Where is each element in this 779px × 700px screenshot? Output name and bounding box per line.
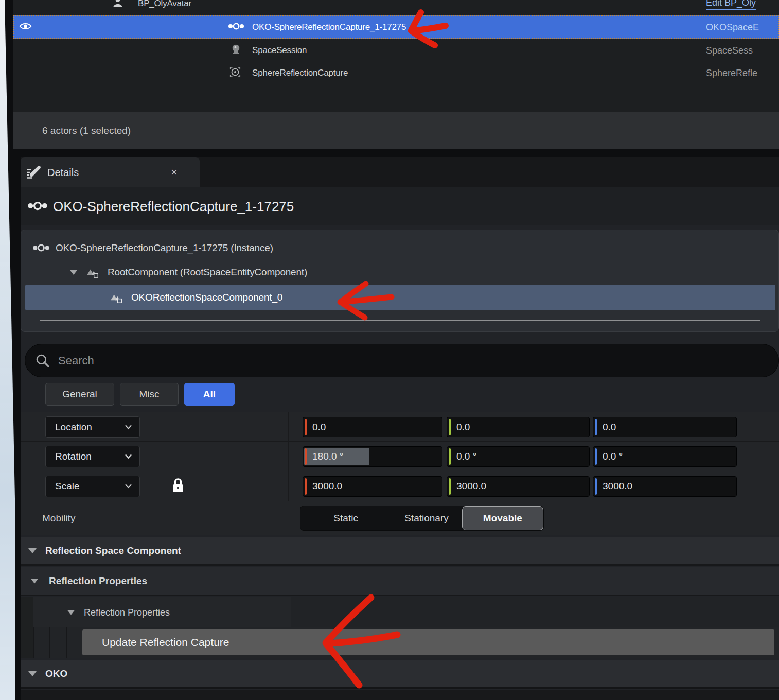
actor-type[interactable]: SphereRefle — [706, 68, 757, 79]
details-panel: OKO-SphereReflectionCapture_1-17275 OKO-… — [21, 187, 779, 700]
tree-row-rootcomponent[interactable]: RootComponent (RootSpaceEntityComponent) — [25, 260, 775, 285]
value: 180.0 ° — [312, 451, 343, 462]
location-y-field[interactable]: 0.0 — [447, 417, 590, 437]
rotation-x-field[interactable]: 180.0 ° — [303, 446, 442, 467]
filter-all-button[interactable]: All — [184, 383, 235, 406]
section-reflection-properties[interactable]: Reflection Properties — [21, 567, 779, 596]
expander-triangle-icon[interactable] — [28, 548, 37, 553]
chevron-down-icon — [125, 484, 132, 489]
divider — [40, 320, 760, 321]
scale-row: Scale 3000.0 3000.0 3000.0 — [21, 471, 779, 501]
section-title: OKO — [45, 668, 67, 679]
tree-item-label: OKO-SphereReflectionCapture_1-17275 (Ins… — [56, 242, 273, 254]
outliner-row-bp-olyavatar[interactable]: BP_OlyAvatar Edit BP_Oly — [13, 0, 779, 15]
details-pencil-icon — [25, 163, 43, 184]
outliner-row-oko-spherereflectioncapture[interactable]: OKO-SphereReflectionCapture_1-17275 OKOS… — [13, 15, 779, 39]
location-z-field[interactable]: 0.0 — [593, 417, 737, 437]
z-axis-color-bar — [595, 478, 597, 495]
filter-misc-button[interactable]: Misc — [120, 383, 179, 406]
edit-blueprint-link[interactable]: Edit BP_Oly — [706, 0, 756, 10]
tree-row-okoreflectionspacecomponent[interactable]: OKOReflectionSpaceComponent_0 — [25, 285, 775, 310]
details-header: OKO-SphereReflectionCapture_1-17275 — [21, 187, 779, 225]
webcam-icon — [229, 43, 242, 58]
component-icon — [110, 291, 123, 307]
indent-guide-line — [49, 627, 50, 658]
outliner-status-bar: 6 actors (1 selected) — [13, 112, 779, 149]
value: 3000.0 — [312, 481, 342, 492]
y-axis-color-bar — [449, 478, 451, 495]
value: 0.0 — [312, 422, 326, 433]
instance-link-icon — [32, 243, 50, 254]
person-icon — [111, 0, 125, 11]
component-icon — [86, 266, 99, 282]
component-tree: OKO-SphereReflectionCapture_1-17275 (Ins… — [21, 230, 779, 332]
outliner-row-spherereflectioncapture[interactable]: SphereReflectionCapture SphereRefle — [13, 62, 779, 84]
section-title: Reflection Space Component — [45, 545, 181, 556]
expander-triangle-icon[interactable] — [28, 671, 37, 676]
tree-row-instance[interactable]: OKO-SphereReflectionCapture_1-17275 (Ins… — [25, 236, 775, 260]
section-title: Reflection Properties — [49, 575, 147, 587]
visibility-eye-icon[interactable] — [19, 19, 32, 35]
value: 0.0 — [603, 422, 616, 433]
scale-y-field[interactable]: 3000.0 — [447, 476, 590, 497]
mobility-row: Mobility Static Stationary Movable — [21, 501, 779, 535]
expander-triangle-icon[interactable] — [70, 270, 77, 275]
indent-guide-line — [33, 627, 34, 658]
rotation-y-field[interactable]: 0.0 ° — [447, 446, 590, 467]
outliner-row-spacesession[interactable]: SpaceSession SpaceSess — [13, 39, 779, 62]
scale-x-field[interactable]: 3000.0 — [303, 476, 442, 497]
x-axis-color-bar — [305, 478, 307, 495]
chevron-down-icon — [125, 454, 132, 460]
rotation-dropdown[interactable]: Rotation — [45, 446, 140, 467]
scale-dropdown[interactable]: Scale — [45, 476, 140, 497]
instance-link-icon — [27, 201, 48, 213]
property-label: Rotation — [55, 451, 92, 462]
rotation-row: Rotation 180.0 ° 0.0 ° 0.0 ° — [21, 442, 779, 471]
indent-guide — [21, 597, 33, 627]
row-update-reflection-capture: Update Reflection Capture — [21, 627, 779, 658]
actor-name: SpaceSession — [252, 45, 307, 56]
z-axis-color-bar — [595, 448, 597, 465]
mobility-stationary[interactable]: Stationary — [391, 506, 462, 530]
mobility-segmented-control: Static Stationary Movable — [300, 506, 544, 531]
section-oko[interactable]: OKO — [21, 660, 779, 689]
mobility-static[interactable]: Static — [300, 506, 391, 530]
search-bar — [25, 344, 779, 377]
sphere-capture-icon — [228, 65, 242, 81]
close-icon[interactable]: × — [171, 166, 178, 179]
update-reflection-capture-button[interactable]: Update Reflection Capture — [82, 629, 774, 655]
property-label: Scale — [55, 481, 80, 492]
rotation-z-field[interactable]: 0.0 ° — [593, 446, 737, 467]
value: 0.0 ° — [456, 451, 476, 462]
tree-item-label: OKOReflectionSpaceComponent_0 — [131, 292, 282, 303]
expander-triangle-icon[interactable] — [67, 610, 75, 615]
y-axis-color-bar — [449, 448, 451, 465]
mobility-label: Mobility — [42, 513, 75, 524]
location-row: Location 0.0 0.0 0.0 — [21, 412, 779, 442]
search-input[interactable] — [58, 344, 676, 377]
indent-guide — [21, 627, 33, 658]
row-reflection-properties-inner[interactable]: Reflection Properties — [21, 597, 779, 627]
z-axis-color-bar — [595, 419, 597, 435]
property-label: Reflection Properties — [84, 607, 170, 618]
x-axis-color-bar — [305, 419, 307, 435]
value: 3000.0 — [456, 481, 486, 492]
x-axis-color-bar — [305, 448, 307, 465]
value: 3000.0 — [603, 481, 632, 492]
scale-lock-icon[interactable] — [170, 477, 186, 497]
location-x-field[interactable]: 0.0 — [303, 417, 442, 437]
scale-z-field[interactable]: 3000.0 — [593, 476, 737, 497]
actor-type[interactable]: OKOSpaceE — [706, 22, 759, 32]
expander-triangle-icon[interactable] — [31, 579, 38, 584]
property-value-cell — [291, 597, 779, 627]
instance-link-icon — [228, 22, 244, 32]
mobility-movable[interactable]: Movable — [462, 506, 543, 530]
section-reflection-space-component[interactable]: Reflection Space Component — [21, 537, 779, 566]
filter-general-button[interactable]: General — [45, 383, 114, 406]
unreal-editor-window: BP_OlyAvatar Edit BP_Oly OKO-SphereRefle… — [0, 0, 779, 700]
actor-type[interactable]: SpaceSess — [706, 45, 753, 56]
location-dropdown[interactable]: Location — [45, 416, 140, 438]
outliner-panel: BP_OlyAvatar Edit BP_Oly OKO-SphereRefle… — [13, 0, 779, 112]
y-axis-color-bar — [449, 419, 451, 435]
tab-details[interactable]: Details × — [21, 157, 200, 187]
